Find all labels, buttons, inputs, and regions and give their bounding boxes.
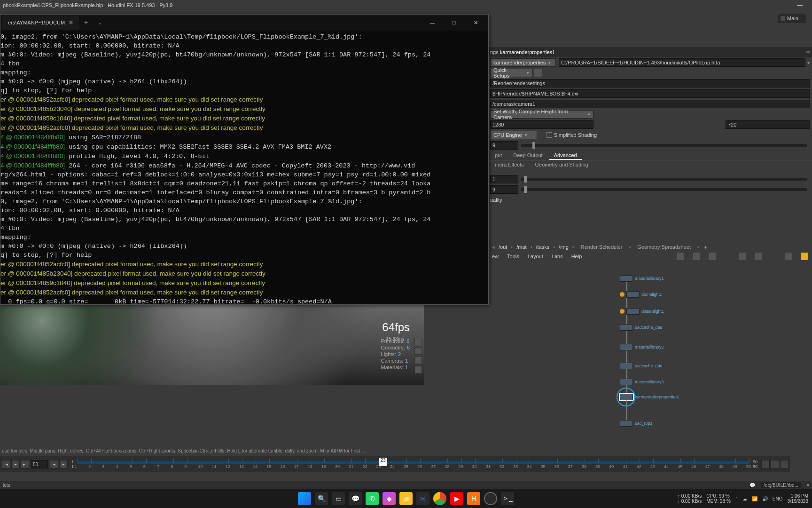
tab-advanced[interactable]: Advanced (549, 151, 582, 160)
node-karmarenderproperties1[interactable]: karmarenderproperties1 (620, 394, 680, 400)
chat-icon[interactable]: 💬 (349, 492, 362, 505)
app-minimize[interactable]: — (790, 2, 809, 8)
param-a[interactable]: 1 (490, 175, 518, 183)
mail-icon[interactable]: ✉ (416, 492, 429, 505)
timeline-opt-button[interactable] (780, 460, 789, 468)
node-type-dropdown[interactable]: karmarenderproperties (490, 58, 556, 67)
engine-dropdown[interactable]: CPU Engine (490, 131, 537, 139)
network-menu-tools[interactable]: Tools (507, 254, 519, 259)
definition-path[interactable]: C:/PROGRA~1/SIDEEF~1/HOUDIN~1.493/houdin… (559, 58, 805, 67)
viewport-icon[interactable] (414, 338, 422, 345)
search-icon[interactable]: 🔍 (315, 492, 328, 505)
geometry-spreadsheet-button[interactable]: Geometry Spreadsheet (634, 244, 694, 250)
quick-setups-dropdown[interactable]: Quick Setups (490, 69, 532, 77)
node-usdcache_grid[interactable]: usdcache_grid (620, 363, 663, 369)
terminal-maximize[interactable]: □ (443, 16, 465, 30)
tab-deep-output[interactable]: Deep Output (508, 151, 547, 160)
param-a-slider[interactable] (521, 178, 807, 181)
network-menu-labs[interactable]: Labs (552, 254, 563, 259)
network-menu-layout[interactable]: Layout (528, 254, 543, 259)
node-usdcache_des[interactable]: usdcache_des (620, 324, 662, 331)
terminal-output[interactable]: 0, image2, from 'C:\Users\AYMANP~1\AppDa… (0, 31, 488, 304)
explorer-icon[interactable]: 📁 (399, 492, 413, 505)
viewport-icon[interactable] (414, 366, 422, 373)
status-path[interactable]: /obj/BUILD/rbd... (761, 482, 801, 488)
whatsapp-icon[interactable]: ✆ (366, 492, 379, 505)
add-icon[interactable] (534, 69, 542, 77)
tray-volume-icon[interactable]: 🔊 (762, 496, 768, 501)
desktop-tab-main[interactable]: Main (778, 14, 806, 23)
new-tab-button[interactable]: ＋ (79, 18, 93, 27)
dropdown-icon[interactable]: ▾ (807, 483, 809, 488)
path-seg-mat[interactable]: /mat (516, 244, 526, 250)
taskview-icon[interactable]: ▭ (332, 492, 345, 505)
network-toolbar-icon[interactable] (677, 253, 684, 260)
range-end[interactable]: 50 (753, 460, 757, 464)
obs-icon[interactable] (484, 492, 497, 505)
tray-clock[interactable]: 1:06 PM 3/19/2023 (788, 493, 809, 504)
network-toolbar-icon[interactable] (709, 253, 716, 260)
timeline-track[interactable]: 1234567891011121314151617181920212223242… (78, 458, 749, 471)
network-toolbar-icon[interactable] (785, 253, 792, 260)
path-seg-out[interactable]: /out (499, 244, 507, 250)
output-picture-path[interactable]: $HIP/render/$HIPNAME.$OS.$F4.exr (490, 89, 810, 98)
terminal-close[interactable]: ✕ (465, 16, 486, 30)
camera-path[interactable]: /cameras/camera1 (490, 100, 810, 108)
resolution-width[interactable]: 1280 (490, 120, 593, 129)
node-usd_rop1[interactable]: usd_rop1 (620, 420, 653, 427)
resolution-height[interactable]: 720 (726, 120, 810, 129)
timeline-cursor[interactable]: 23 (379, 458, 387, 466)
current-frame-input[interactable]: 50 (31, 460, 48, 468)
step-fwd-button[interactable]: ▸ (59, 460, 68, 468)
network-toolbar-icon[interactable] (755, 253, 762, 260)
network-toolbar-icon[interactable] (693, 253, 700, 260)
tab-output[interactable]: put (490, 151, 507, 160)
youtube-icon[interactable]: ▶ (450, 492, 463, 505)
network-menu-view[interactable]: ew (492, 254, 499, 259)
bypass-flag-icon[interactable] (620, 292, 625, 297)
network-toolbar-icon[interactable] (739, 253, 746, 260)
simplified-shading-checkbox[interactable] (547, 132, 552, 138)
terminal-minimize[interactable]: — (422, 16, 443, 30)
terminal-tab[interactable]: ers\AYMANP~1\DOCUM ✕ (2, 16, 79, 30)
chrome-icon[interactable] (433, 492, 446, 505)
gear-icon[interactable]: ✲ (806, 49, 810, 56)
render-scheduler-button[interactable]: Render Scheduler (578, 244, 625, 250)
network-toolbar-icon[interactable] (801, 253, 808, 260)
samples-slider[interactable] (521, 144, 807, 147)
step-back-button[interactable]: ◂ (50, 460, 58, 468)
node-domelight1[interactable]: domelight1 (620, 291, 662, 298)
render-settings-path[interactable]: /Render/rendersettings (490, 79, 810, 87)
tray-lang[interactable]: ENG (773, 496, 783, 501)
tray-chevron-icon[interactable]: ˄ (735, 496, 738, 501)
node-distantlight1[interactable]: distantlight1 (620, 308, 664, 315)
houdini-icon[interactable]: H (467, 492, 480, 505)
dropdown-icon[interactable]: ▾ (807, 60, 810, 66)
terminal-titlebar[interactable]: ers\AYMANP~1\DOCUM ✕ ＋ ⌄ — □ ✕ (0, 15, 488, 31)
chat-icon[interactable]: 💬 (750, 483, 755, 488)
path-seg-img[interactable]: /img (559, 244, 569, 250)
tray-cloud-icon[interactable]: ☁ (742, 496, 747, 501)
param-b[interactable]: 9 (490, 185, 518, 194)
resolution-mode-dropdown[interactable]: Set Width, Compute Height from Camera (490, 110, 593, 119)
node-name[interactable]: karmarenderproperties1 (500, 49, 555, 55)
range-start[interactable]: 1 (71, 460, 74, 464)
bypass-flag-icon[interactable] (620, 309, 625, 314)
tray-wifi-icon[interactable]: 📶 (752, 496, 757, 501)
tab-dropdown-icon[interactable]: ⌄ (93, 20, 107, 25)
scene-viewport[interactable]: 64fps 15.68ms Primitives:9Geometry:6Ligh… (0, 305, 424, 385)
samples-input[interactable]: 9 (490, 141, 518, 150)
timeline-opt-button[interactable] (771, 460, 779, 468)
play-last-button[interactable]: ▸| (21, 460, 29, 468)
close-tab-icon[interactable]: ✕ (69, 19, 73, 26)
terminal-icon[interactable]: ＞_ (501, 492, 514, 505)
range-start2[interactable]: 1 (71, 464, 74, 469)
node-materiallibrary1[interactable]: materiallibrary1 (620, 275, 664, 282)
start-icon[interactable] (298, 492, 311, 505)
play-button[interactable]: ▸ (11, 460, 20, 468)
messenger-icon[interactable]: ◆ (383, 492, 396, 505)
network-menu-help[interactable]: Help (571, 254, 582, 259)
path-seg-tasks[interactable]: /tasks (536, 244, 549, 250)
node-materiallibrary3[interactable]: materiallibrary3 (620, 379, 664, 385)
add-pane-icon[interactable]: ＋ (703, 244, 708, 251)
